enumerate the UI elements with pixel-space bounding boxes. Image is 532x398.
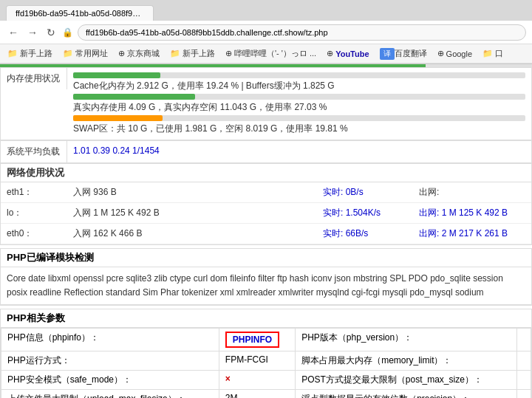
tab-bar: ffd19b6b-da95-41bb-a05d-088f9bb15ddb.cha… — [0, 0, 532, 21]
net-realtime-label: 实时: 0B/s — [323, 187, 364, 197]
php-param-value-safemode: × — [219, 371, 295, 390]
param-value-x: × — [225, 374, 231, 384]
net-outbound-eth1: 出网: — [413, 184, 531, 201]
bookmark-youtube[interactable]: ⊕ YouTube — [322, 47, 373, 60]
php-param-row-upload: 上传文件最大限制（upload_max_filesize）： 2M 浮点型数据显… — [1, 390, 531, 398]
php-param-right-value-fpm — [516, 351, 531, 371]
real-mem-progress-bg — [73, 94, 525, 100]
cache-line: Cache化内存为 2.912 G，使用率 19.24 % | Buffers缓… — [73, 72, 525, 92]
swap-line: SWAP区：共 10 G，已使用 1.981 G，空闲 8.019 G，使用率 … — [73, 115, 525, 135]
net-inbound-eth1: 入网 936 B — [67, 184, 317, 201]
bookmarks-bar: 📁 新手上路 📁 常用网址 ⊕ 京东商城 📁 新手上路 ⊕ 哔哩哔哩（'- '）… — [0, 44, 532, 64]
real-mem-progress-fill — [73, 94, 195, 100]
php-params-header: PHP相关参数 — [1, 309, 531, 328]
bookmark-label: 京东商城 — [127, 48, 160, 59]
bookmark-extra[interactable]: 📁 口 — [478, 47, 508, 61]
net-inbound-label: 入网 936 B — [73, 187, 117, 197]
bookmark-google[interactable]: ⊕ Google — [433, 47, 477, 60]
google-icon: ⊕ — [437, 49, 444, 58]
real-mem-text: 真实内存使用 4.09 G，真实内存空闲 11.043 G，使用率 27.03 … — [73, 102, 327, 112]
php-param-label-phpinfo: PHP信息（phpinfo）： — [1, 329, 219, 351]
php-param-right-value-safemode — [516, 371, 531, 390]
php-param-value-fpm: FPM-FCGI — [219, 351, 295, 371]
cache-progress — [73, 72, 525, 78]
net-iface-eth0: eth0： — [1, 225, 67, 242]
php-param-row-fpm: PHP运行方式： FPM-FCGI 脚本占用最大内存（memory_limit）… — [1, 351, 531, 371]
php-modules-title: PHP已编译模块检测 — [7, 252, 94, 263]
net-outbound-label: 出网: — [419, 187, 439, 197]
bookmark-jingdong[interactable]: ⊕ 京东商城 — [114, 47, 164, 61]
param-right-label: 浮点型数据显示的有效位数（precision）： — [301, 394, 470, 398]
net-outbound-eth0: 出网: 2 M 217 K 261 B — [413, 225, 531, 242]
bookmark-bilibili[interactable]: ⊕ 哔哩哔哩（'- '）っロ ... — [221, 47, 321, 61]
php-modules-text: Core date libxml openssl pcre sqlite3 zl… — [7, 273, 503, 298]
bookmark-label: 新手上路 — [183, 48, 215, 59]
folder-icon: 📁 — [482, 49, 493, 58]
param-value: 2M — [225, 393, 238, 398]
youtube-icon: ⊕ — [327, 49, 333, 58]
php-params-table: PHP信息（phpinfo）： PHPINFO PHP版本（php_versio… — [1, 328, 531, 398]
param-value: FPM-FCGI — [225, 354, 268, 365]
net-inbound-lo: 入网 1 M 125 K 492 B — [67, 205, 317, 222]
bookmark-changyongwangzhi[interactable]: 📁 常用网址 — [58, 47, 112, 61]
cache-text: Cache化内存为 2.912 G，使用率 19.24 % | Buffers缓… — [73, 80, 335, 91]
net-inbound-label: 入网 1 M 125 K 492 B — [73, 207, 160, 218]
param-right-label: POST方式提交最大限制（post_max_size）： — [301, 374, 482, 385]
php-param-right-label-fpm: 脚本占用最大内存（memory_limit）： — [296, 351, 516, 371]
php-modules-section: PHP已编译模块检测 Core date libxml openssl pcre… — [0, 248, 532, 306]
net-iface-label: lo： — [7, 207, 22, 218]
param-label: PHP运行方式： — [7, 355, 70, 366]
folder-icon: 📁 — [7, 49, 18, 58]
phpinfo-button[interactable]: PHPINFO — [225, 332, 279, 348]
php-param-label-safemode: PHP安全模式（safe_mode）： — [1, 371, 219, 390]
net-outbound-label: 出网: 2 M 217 K 261 B — [419, 228, 508, 239]
net-iface-lo: lo： — [1, 205, 67, 222]
video-icon: ⊕ — [225, 49, 232, 58]
folder-icon: 📁 — [170, 49, 180, 58]
shop-icon: ⊕ — [118, 49, 125, 58]
bookmark-xinshoushanglu1[interactable]: 📁 新手上路 — [3, 47, 57, 61]
translate-icon: 译 — [380, 48, 395, 60]
php-params-section: PHP相关参数 PHP信息（phpinfo）： PHPINFO PHP版本（ph… — [0, 309, 532, 398]
bookmark-label: YouTube — [335, 49, 369, 58]
memory-section: 内存使用状况 Cache化内存为 2.912 G，使用率 19.24 % | B… — [0, 67, 532, 140]
tab-title: ffd19b6b-da95-41bb-a05d-088f9bb15ddb.cha… — [16, 9, 154, 18]
php-param-right-value-phpinfo — [516, 329, 531, 351]
php-param-row-phpinfo: PHP信息（phpinfo）： PHPINFO PHP版本（php_versio… — [1, 329, 531, 351]
back-button[interactable]: ← — [6, 27, 21, 38]
swap-progress-fill — [73, 115, 163, 121]
memory-values: Cache化内存为 2.912 G，使用率 19.24 % | Buffers缓… — [67, 68, 531, 140]
php-param-label-fpm: PHP运行方式： — [1, 351, 219, 371]
page-content: 内存使用状况 Cache化内存为 2.912 G，使用率 19.24 % | B… — [0, 64, 532, 398]
param-label: 上传文件最大限制（upload_max_filesize）： — [7, 394, 185, 398]
folder-icon: 📁 — [63, 49, 73, 58]
bookmark-translate[interactable]: 译 百度翻译 — [375, 47, 432, 61]
network-section-header: 网络使用状况 — [1, 164, 531, 182]
cache-progress-fill — [73, 72, 160, 78]
swap-progress — [73, 115, 525, 121]
bookmark-xinshoushanglu2[interactable]: 📁 新手上路 — [166, 47, 219, 61]
phpinfo-button-label: PHPINFO — [233, 334, 272, 345]
active-tab[interactable]: ffd19b6b-da95-41bb-a05d-088f9bb15ddb.cha… — [6, 5, 154, 21]
net-realtime-label: 实时: 1.504K/s — [323, 207, 381, 218]
real-mem-line: 真实内存使用 4.09 G，真实内存空闲 11.043 G，使用率 27.03 … — [73, 94, 525, 114]
php-param-value-phpinfo: PHPINFO — [219, 329, 295, 351]
bookmark-label: 哔哩哔哩（'- '）っロ ... — [234, 48, 316, 59]
param-label: PHP安全模式（safe_mode）： — [7, 374, 132, 385]
reload-button[interactable]: ↻ — [44, 27, 58, 38]
php-param-row-safemode: PHP安全模式（safe_mode）： × POST方式提交最大限制（post_… — [1, 371, 531, 390]
network-row-eth1: eth1： 入网 936 B 实时: 0B/s 出网: — [1, 182, 531, 203]
network-title: 网络使用状况 — [7, 166, 64, 179]
lock-icon: 🔒 — [62, 27, 73, 38]
forward-button[interactable]: → — [25, 27, 40, 38]
net-outbound-label: 出网: 1 M 125 K 492 B — [419, 207, 508, 218]
sysload-value: 1.01 0.39 0.24 1/1454 — [67, 141, 531, 162]
network-row-lo: lo： 入网 1 M 125 K 492 B 实时: 1.504K/s 出网: … — [1, 203, 531, 224]
address-input[interactable] — [78, 24, 526, 41]
bookmark-label: 口 — [495, 48, 503, 59]
php-params-title: PHP相关参数 — [7, 312, 65, 323]
net-inbound-eth0: 入网 162 K 466 B — [67, 225, 317, 242]
php-param-right-label-upload: 浮点型数据显示的有效位数（precision）： — [296, 390, 516, 398]
bookmark-label: 常用网址 — [75, 48, 108, 59]
net-realtime-label: 实时: 66B/s — [323, 228, 368, 239]
